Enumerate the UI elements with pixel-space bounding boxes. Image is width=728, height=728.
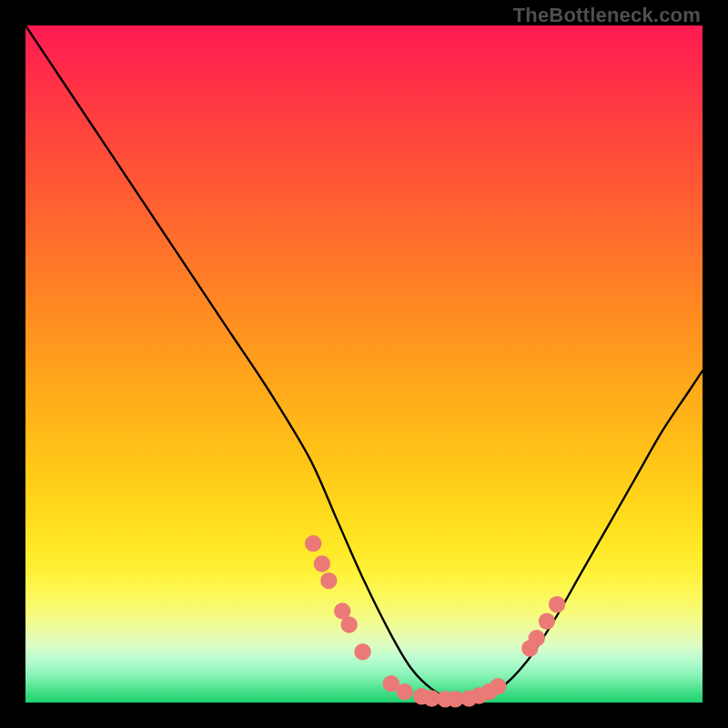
curve-marker bbox=[396, 683, 412, 700]
curve-marker bbox=[314, 555, 330, 571]
bottleneck-curve bbox=[25, 25, 703, 701]
curve-marker bbox=[549, 596, 565, 612]
curve-marker bbox=[305, 535, 321, 551]
curve-marker bbox=[490, 678, 506, 694]
curve-marker bbox=[354, 643, 370, 660]
watermark-text: TheBottleneck.com bbox=[513, 4, 701, 27]
curve-layer bbox=[25, 25, 703, 703]
curve-marker bbox=[340, 616, 357, 632]
curve-marker bbox=[529, 630, 545, 646]
curve-marker bbox=[539, 613, 555, 630]
chart-frame: TheBottleneck.com bbox=[0, 0, 728, 728]
curve-markers bbox=[305, 535, 565, 708]
curve-marker bbox=[320, 572, 337, 589]
